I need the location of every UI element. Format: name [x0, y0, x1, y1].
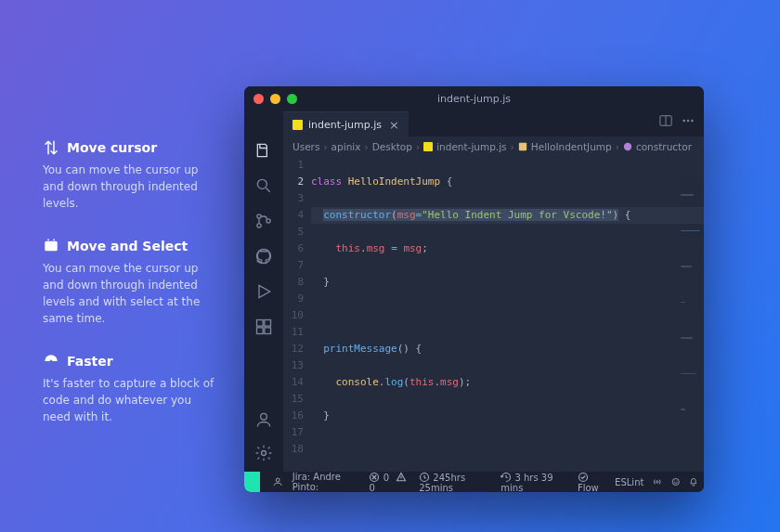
promo-desc: It's faster to capture a block of code a…: [43, 375, 214, 425]
svg-point-4: [687, 120, 689, 122]
select-icon: [43, 238, 59, 254]
svg-point-9: [266, 219, 270, 223]
status-time2[interactable]: 3 hrs 39 mins: [500, 472, 568, 493]
split-editor-icon[interactable]: [659, 114, 672, 127]
svg-point-15: [261, 413, 267, 420]
svg-rect-14: [265, 328, 271, 334]
svg-rect-13: [257, 328, 264, 334]
svg-point-8: [257, 224, 261, 227]
breadcrumb-segment[interactable]: indent-jump.js: [436, 141, 506, 152]
tab-bar: indent-jump.js ×: [244, 110, 704, 136]
account-icon[interactable]: [254, 410, 273, 429]
code-content[interactable]: class HelloIndentJump { constructor(msg=…: [311, 157, 704, 472]
promo-column: Move cursor You can move the cursor up a…: [43, 139, 214, 451]
svg-point-16: [262, 451, 266, 456]
promo-desc: You can move the cursor up and down thro…: [43, 260, 214, 327]
svg-point-7: [257, 214, 261, 218]
close-tab-icon[interactable]: ×: [389, 118, 399, 132]
svg-rect-0: [45, 241, 58, 252]
editor-window: indent-jump.js indent-jump.js ×: [244, 86, 704, 492]
status-jira[interactable]: Jira: Andre Pinto:: [292, 472, 360, 492]
more-icon[interactable]: [682, 114, 695, 127]
svg-point-19: [277, 478, 280, 482]
promo-title: Move and Select: [67, 239, 188, 253]
svg-point-5: [692, 120, 694, 122]
window-title: indent-jump.js: [244, 93, 704, 105]
bell-icon[interactable]: [689, 476, 698, 487]
svg-rect-17: [519, 143, 526, 150]
js-file-icon: [292, 120, 303, 130]
tab-indent-jump[interactable]: indent-jump.js ×: [283, 111, 409, 136]
svg-point-24: [672, 478, 679, 485]
tab-label: indent-jump.js: [308, 119, 382, 131]
minimap[interactable]: [681, 161, 702, 179]
breadcrumb-segment[interactable]: Users: [292, 141, 319, 152]
warning-icon: [396, 472, 407, 483]
promo-item: Move and Select You can move the cursor …: [43, 238, 214, 327]
breadcrumb-segment[interactable]: apinix: [332, 141, 361, 152]
breadcrumb-segment[interactable]: Desktop: [372, 141, 412, 152]
titlebar[interactable]: indent-jump.js: [244, 86, 704, 110]
promo-item: Move cursor You can move the cursor up a…: [43, 139, 214, 212]
status-eslint[interactable]: ESLint: [615, 477, 644, 487]
github-icon[interactable]: [254, 247, 273, 266]
search-icon[interactable]: [254, 176, 273, 195]
promo-title: Faster: [67, 354, 113, 369]
svg-point-1: [50, 360, 53, 363]
js-file-icon: [423, 142, 433, 151]
error-icon: [369, 472, 380, 483]
speed-icon: [43, 353, 59, 370]
updown-icon: [43, 139, 59, 156]
source-control-icon[interactable]: [254, 212, 273, 230]
status-indicator[interactable]: [244, 472, 260, 492]
class-icon: [518, 142, 527, 151]
method-icon: [623, 142, 632, 151]
breadcrumb-segment[interactable]: HelloIndentJump: [531, 141, 612, 152]
extensions-icon[interactable]: [254, 318, 273, 336]
activity-bar: [244, 136, 283, 472]
breadcrumb-segment[interactable]: constructor: [636, 141, 692, 152]
feedback-icon[interactable]: [671, 476, 681, 487]
debug-icon[interactable]: [254, 282, 273, 301]
history-icon: [500, 472, 512, 483]
breadcrumb[interactable]: Users› apinix› Desktop› indent-jump.js› …: [283, 136, 704, 157]
explorer-icon[interactable]: [254, 141, 273, 160]
check-icon: [578, 472, 589, 483]
code-editor[interactable]: 123456789101112131415161718 class HelloI…: [283, 157, 704, 472]
line-gutter: 123456789101112131415161718: [283, 157, 311, 472]
promo-item: Faster It's faster to capture a block of…: [43, 353, 214, 425]
promo-desc: You can move the cursor up and down thro…: [43, 162, 214, 212]
status-errors[interactable]: 0 0: [369, 472, 410, 493]
status-bar: Jira: Andre Pinto: 0 0 245hrs 25mins 3 h…: [244, 472, 704, 492]
svg-point-3: [683, 120, 685, 122]
user-icon: [273, 476, 282, 487]
gear-icon[interactable]: [254, 444, 273, 462]
status-time1[interactable]: 245hrs 25mins: [419, 472, 491, 493]
svg-rect-12: [265, 320, 271, 327]
status-flow[interactable]: Flow: [578, 472, 605, 493]
clock-icon: [419, 472, 430, 483]
svg-rect-11: [257, 320, 264, 327]
svg-point-23: [656, 481, 658, 483]
svg-point-18: [624, 143, 631, 150]
broadcast-icon[interactable]: [653, 476, 662, 487]
svg-point-6: [257, 179, 266, 188]
promo-title: Move cursor: [67, 140, 157, 155]
